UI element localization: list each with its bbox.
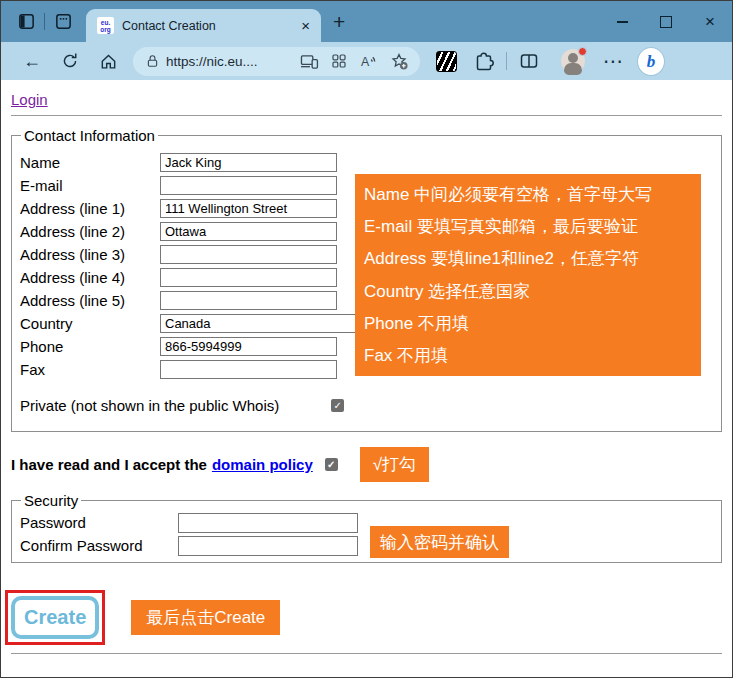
check-hint-annotation: √打勾	[360, 447, 429, 482]
profile-avatar[interactable]	[559, 47, 587, 75]
private-label: Private (not shown in the public Whois)	[20, 397, 279, 414]
create-hint-annotation: 最后点击Create	[131, 600, 280, 635]
phone-label: Phone	[20, 338, 160, 355]
security-fieldset: Security Password Confirm Password 输入密码并…	[11, 492, 722, 563]
vertical-tabs-icon[interactable]	[52, 11, 74, 33]
name-label: Name	[20, 154, 160, 171]
split-screen-icon[interactable]	[515, 47, 543, 75]
name-row: Name	[20, 151, 713, 174]
confirm-password-input[interactable]	[178, 536, 358, 556]
adblock-extension-icon[interactable]	[432, 47, 460, 75]
settings-more-icon[interactable]: ⋯	[599, 47, 627, 75]
new-tab-button[interactable]: +	[333, 10, 345, 34]
accept-policy-row: I have read and I accept the domain poli…	[11, 447, 722, 482]
lock-icon	[145, 53, 160, 69]
extensions-puzzle-icon[interactable]	[470, 47, 498, 75]
grid-icon[interactable]	[327, 50, 351, 72]
browser-toolbar: ← https://nic.eu.... A	[1, 42, 732, 80]
window-controls: ×	[600, 7, 732, 37]
address1-input[interactable]	[160, 199, 337, 218]
address2-label: Address (line 2)	[20, 223, 160, 240]
tab-bar: eu.org Contact Creation × + ×	[1, 1, 732, 42]
annotation-line: Address 要填line1和line2，任意字符	[364, 247, 701, 270]
refresh-icon[interactable]	[55, 46, 85, 76]
toolbar-separator	[506, 52, 507, 70]
send-to-device-icon[interactable]	[297, 50, 321, 72]
password-input[interactable]	[178, 513, 358, 533]
back-icon[interactable]: ←	[17, 46, 47, 76]
phone-input[interactable]	[160, 337, 337, 356]
annotation-line: Country 选择任意国家	[364, 280, 701, 303]
url-text[interactable]: https://nic.eu....	[166, 54, 291, 69]
private-checkbox[interactable]: ✓	[331, 399, 344, 412]
confirm-password-label: Confirm Password	[20, 537, 178, 554]
address5-input[interactable]	[160, 291, 337, 310]
email-input[interactable]	[160, 176, 337, 195]
top-divider	[11, 115, 722, 116]
address1-label: Address (line 1)	[20, 200, 160, 217]
browser-window: eu.org Contact Creation × + × ← https://…	[0, 0, 733, 678]
address4-input[interactable]	[160, 268, 337, 287]
tab-title: Contact Creation	[122, 19, 290, 33]
annotation-line: Fax 不用填	[364, 344, 701, 367]
address-bar[interactable]: https://nic.eu.... A	[133, 47, 420, 76]
domain-policy-link[interactable]: domain policy	[212, 456, 313, 473]
minimize-button[interactable]	[600, 7, 644, 37]
read-aloud-icon[interactable]: A	[357, 50, 381, 72]
accept-text: I have read and I accept the	[11, 456, 207, 473]
bottom-divider	[11, 653, 722, 654]
address2-input[interactable]	[160, 222, 337, 241]
confirm-password-row: Confirm Password	[20, 534, 713, 557]
login-link[interactable]: Login	[11, 91, 48, 108]
annotation-line: E-mail 要填写真实邮箱，最后要验证	[364, 215, 701, 238]
name-input[interactable]	[160, 153, 337, 172]
titlebar-separator	[44, 13, 45, 30]
site-favicon: eu.org	[97, 17, 114, 34]
home-icon[interactable]	[93, 46, 123, 76]
tab-layout-icon[interactable]	[15, 11, 37, 33]
svg-text:A: A	[361, 55, 370, 69]
create-row: Create 最后点击Create	[5, 590, 722, 645]
annotation-info-box: Name 中间必须要有空格，首字母大写 E-mail 要填写真实邮箱，最后要验证…	[355, 174, 701, 376]
password-hint-annotation: 输入密码并确认	[370, 526, 509, 558]
avatar	[561, 49, 585, 73]
address4-label: Address (line 4)	[20, 269, 160, 286]
email-label: E-mail	[20, 177, 160, 194]
tab-close-icon[interactable]: ×	[298, 17, 313, 34]
private-row: Private (not shown in the public Whois) …	[20, 397, 713, 414]
address3-label: Address (line 3)	[20, 246, 160, 263]
annotation-line: Name 中间必须要有空格，首字母大写	[364, 183, 701, 206]
fax-label: Fax	[20, 361, 160, 378]
address5-label: Address (line 5)	[20, 292, 160, 309]
address3-input[interactable]	[160, 245, 337, 264]
password-row: Password	[20, 511, 713, 534]
red-highlight-box: Create	[5, 590, 105, 645]
maximize-button[interactable]	[644, 7, 688, 37]
close-button[interactable]: ×	[688, 7, 732, 37]
bing-copilot-icon[interactable]: b	[637, 47, 665, 75]
page-content: Login Contact Information Name E-mail Ad…	[1, 80, 732, 677]
accept-checkbox[interactable]: ✓	[325, 458, 338, 471]
security-legend: Security	[21, 492, 81, 509]
notification-dot	[578, 47, 587, 56]
add-favorite-icon[interactable]	[387, 50, 411, 72]
fax-input[interactable]	[160, 360, 337, 379]
password-label: Password	[20, 514, 178, 531]
contact-legend: Contact Information	[21, 127, 158, 144]
country-select[interactable]	[160, 314, 364, 333]
browser-tab[interactable]: eu.org Contact Creation ×	[86, 9, 321, 42]
country-label: Country	[20, 315, 160, 332]
contact-information-fieldset: Contact Information Name E-mail Address …	[11, 127, 722, 432]
create-button[interactable]: Create	[11, 596, 99, 639]
annotation-line: Phone 不用填	[364, 312, 701, 335]
